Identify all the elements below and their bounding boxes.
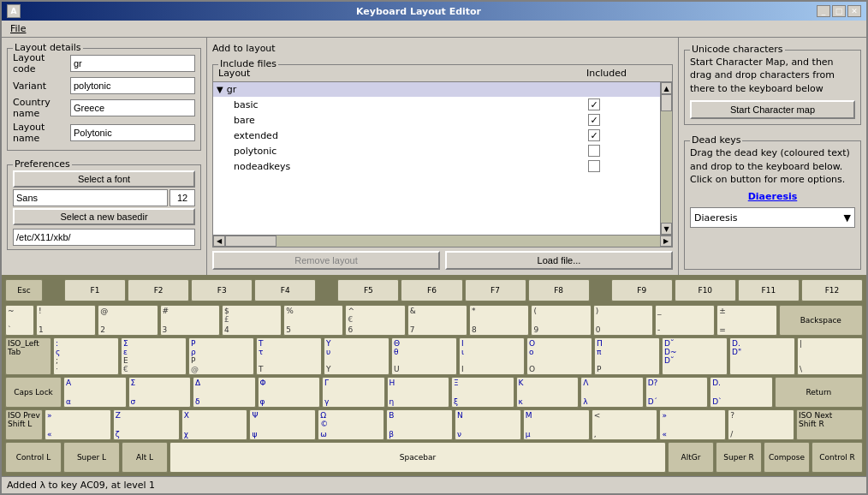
font-input[interactable]: [13, 189, 168, 206]
hscroll-thumb[interactable]: [225, 236, 276, 247]
key-v[interactable]: Ψ ψ: [249, 409, 316, 440]
key-caps-lock[interactable]: Caps Lock: [5, 377, 62, 408]
close-button[interactable]: ✕: [847, 5, 861, 17]
scroll-up-btn[interactable]: ▲: [661, 82, 672, 94]
key-space[interactable]: Spacebar: [169, 442, 666, 473]
key-iso-left-tab[interactable]: ISO_Left Tab: [5, 337, 51, 375]
key-3[interactable]: # 3: [160, 305, 220, 336]
layout-name-input[interactable]: [70, 124, 195, 141]
font-size-input[interactable]: [169, 189, 195, 206]
key-p[interactable]: D˘ D~ D˘: [662, 337, 728, 375]
key-z[interactable]: » «: [45, 409, 111, 440]
key-0[interactable]: ) 0: [593, 305, 653, 336]
select-basedir-button[interactable]: Select a new basedir: [13, 208, 195, 225]
scroll-down-btn[interactable]: ▼: [661, 223, 672, 235]
diaeresis-link[interactable]: Diaeresis: [690, 191, 855, 202]
key-f3[interactable]: F3: [191, 279, 253, 301]
key-e[interactable]: Ρ ρ P @: [188, 337, 254, 375]
key-f12[interactable]: F12: [801, 279, 863, 301]
key-f7[interactable]: F7: [465, 279, 526, 301]
key-1[interactable]: ! 1: [36, 305, 96, 336]
key-slash[interactable]: » «: [659, 409, 726, 440]
key-backslash[interactable]: ? /: [728, 409, 794, 440]
minimize-button[interactable]: _: [817, 5, 830, 17]
key-iso-next-shift[interactable]: ISO Next Shift R: [796, 409, 863, 440]
key-iso-prev-shift[interactable]: ISO Prev Shift L: [5, 409, 43, 440]
key-comma[interactable]: Μ μ: [523, 409, 590, 440]
key-8[interactable]: * 8: [469, 305, 529, 336]
select-font-button[interactable]: Select a font: [13, 170, 195, 188]
extended-checkbox[interactable]: ✓: [588, 129, 600, 141]
key-x[interactable]: Ζ ζ: [113, 409, 180, 440]
key-f2[interactable]: F2: [128, 279, 189, 301]
key-esc[interactable]: Esc: [5, 279, 43, 301]
hscroll-left-btn[interactable]: ◀: [213, 236, 225, 247]
key-period[interactable]: < ,: [592, 409, 658, 440]
key-w[interactable]: Σ ε E €: [121, 337, 187, 375]
key-f8[interactable]: F8: [528, 279, 590, 301]
key-r[interactable]: Τ τ T: [256, 337, 322, 375]
key-a[interactable]: Α α: [63, 377, 127, 408]
variant-input[interactable]: [70, 77, 195, 94]
deadkey-select[interactable]: Diaeresis ▼: [690, 207, 855, 228]
key-s[interactable]: Σ σ: [128, 377, 192, 408]
key-equals[interactable]: ± =: [716, 305, 776, 336]
key-d[interactable]: Δ δ: [193, 377, 256, 408]
key-q[interactable]: : ς ; ·: [53, 337, 119, 375]
remove-layout-button[interactable]: Remove layout: [212, 251, 440, 270]
key-super-l[interactable]: Super L: [63, 442, 120, 473]
key-h[interactable]: Η η: [387, 377, 450, 408]
key-t[interactable]: Υ υ Y: [324, 337, 389, 375]
key-k[interactable]: Κ κ: [516, 377, 580, 408]
key-bracket-r[interactable]: | \: [797, 337, 863, 375]
file-menu[interactable]: File: [5, 22, 31, 35]
key-f4[interactable]: F4: [254, 279, 316, 301]
key-f9[interactable]: F9: [611, 279, 673, 301]
key-semicolon[interactable]: D? D´: [645, 377, 709, 408]
tree-root-row[interactable]: ▼ gr: [213, 82, 660, 97]
key-altgr[interactable]: AltGr: [668, 442, 714, 473]
maximize-button[interactable]: □: [832, 5, 846, 17]
load-file-button[interactable]: Load file...: [445, 251, 673, 270]
key-9[interactable]: ( 9: [531, 305, 591, 336]
key-o[interactable]: Π π P: [594, 337, 660, 375]
key-b[interactable]: Ω © ω: [318, 409, 384, 440]
key-2[interactable]: @ 2: [98, 305, 158, 336]
key-u[interactable]: Ι ι I: [459, 337, 525, 375]
basedir-input[interactable]: [13, 229, 195, 246]
key-g[interactable]: Γ γ: [322, 377, 385, 408]
key-4[interactable]: $ £ 4: [222, 305, 282, 336]
key-y[interactable]: Θ θ U: [391, 337, 457, 375]
tree-item-basic[interactable]: basic ✓: [213, 97, 660, 112]
start-char-map-button[interactable]: Start Character map: [690, 100, 855, 119]
hscroll-right-btn[interactable]: ▶: [660, 236, 672, 247]
key-c[interactable]: Χ χ: [181, 409, 248, 440]
key-f11[interactable]: F11: [738, 279, 800, 301]
key-compose[interactable]: Compose: [764, 442, 810, 473]
key-f[interactable]: Φ φ: [258, 377, 321, 408]
key-tilde[interactable]: ~ `: [5, 305, 34, 336]
key-7[interactable]: & 7: [407, 305, 467, 336]
polytonic-checkbox[interactable]: [588, 145, 600, 157]
key-m[interactable]: Ν ν: [455, 409, 521, 440]
key-n[interactable]: Β β: [386, 409, 453, 440]
key-control-r[interactable]: Control R: [812, 442, 863, 473]
key-l[interactable]: Λ λ: [580, 377, 644, 408]
layout-code-input[interactable]: [70, 55, 195, 72]
tree-item-extended[interactable]: extended ✓: [213, 128, 660, 143]
key-5[interactable]: % 5: [283, 305, 343, 336]
key-return[interactable]: Return: [775, 377, 863, 408]
key-f6[interactable]: F6: [401, 279, 462, 301]
key-j[interactable]: Ξ ξ: [451, 377, 514, 408]
key-super-r[interactable]: Super R: [716, 442, 762, 473]
tree-item-nodeadkeys[interactable]: nodeadkeys: [213, 158, 660, 174]
key-quote[interactable]: D. D`: [710, 377, 773, 408]
key-minus[interactable]: _ -: [655, 305, 715, 336]
key-backspace[interactable]: Backspace: [779, 305, 863, 336]
scroll-thumb[interactable]: [661, 94, 672, 111]
basic-checkbox[interactable]: ✓: [588, 98, 600, 110]
nodeadkeys-checkbox[interactable]: [588, 160, 600, 172]
key-control-l[interactable]: Control L: [5, 442, 62, 473]
tree-item-polytonic[interactable]: polytonic: [213, 143, 660, 158]
key-6[interactable]: ^ € 6: [345, 305, 405, 336]
